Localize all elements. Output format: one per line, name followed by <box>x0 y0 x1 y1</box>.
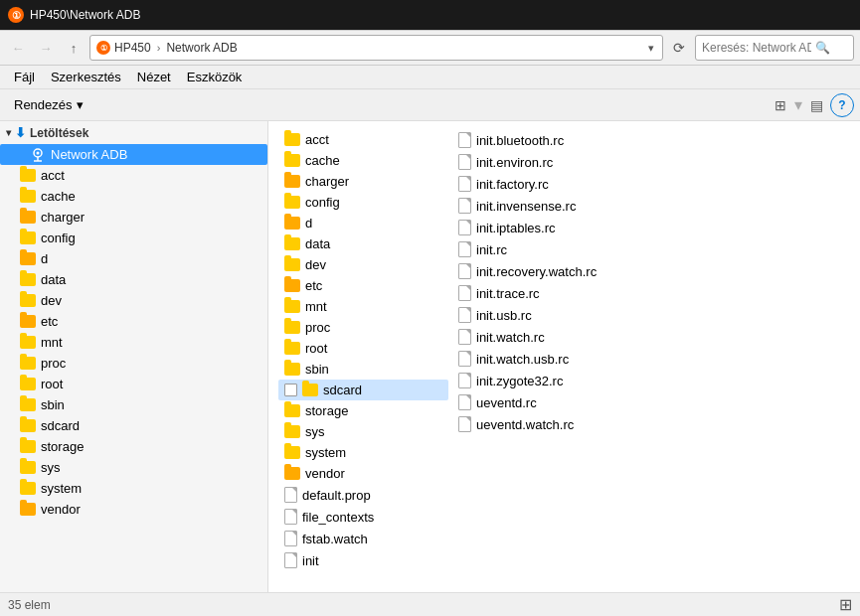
sidebar-item-sys[interactable]: sys <box>0 457 267 478</box>
file-item-default-prop[interactable]: default.prop <box>278 484 448 506</box>
file-label-init-trace: init.trace.rc <box>476 286 540 301</box>
file-item-init-watch-usb[interactable]: init.watch.usb.rc <box>452 348 622 370</box>
file-item-init-ipt[interactable]: init.iptables.rc <box>452 217 622 238</box>
sidebar-item-config[interactable]: config <box>0 228 267 248</box>
sidebar-item-mnt[interactable]: mnt <box>0 332 267 353</box>
file-folder-icon-data <box>284 237 300 250</box>
file-item-sys[interactable]: sys <box>278 421 448 442</box>
breadcrumb-path: Network ADB <box>166 41 237 55</box>
sidebar-item-data[interactable]: data <box>0 269 267 290</box>
file-item-init-bt[interactable]: init.bluetooth.rc <box>452 129 622 151</box>
file-item-mnt[interactable]: mnt <box>278 296 448 317</box>
help-button[interactable]: ? <box>830 93 854 117</box>
sidebar-label-etc: etc <box>41 314 58 329</box>
menu-edit[interactable]: Szerkesztés <box>43 68 129 86</box>
search-input[interactable] <box>702 41 811 55</box>
up-button[interactable]: ↑ <box>62 36 86 60</box>
checkbox-sdcard[interactable] <box>284 384 297 396</box>
file-label-config: config <box>305 195 340 210</box>
file-folder-icon-config <box>284 196 300 209</box>
sidebar-label-storage: storage <box>41 439 84 454</box>
file-folder-icon-d <box>284 217 300 230</box>
sidebar-item-storage[interactable]: storage <box>0 436 267 457</box>
sidebar-item-sbin[interactable]: sbin <box>0 394 267 415</box>
file-item-ueventd[interactable]: ueventd.rc <box>452 391 622 413</box>
main-files: acct cache charger config <box>268 121 860 592</box>
file-doc-icon-init-trace <box>458 285 471 301</box>
menu-tools[interactable]: Eszközök <box>179 68 251 86</box>
file-item-charger[interactable]: charger <box>278 171 448 192</box>
file-label-sbin: sbin <box>305 362 329 377</box>
file-folder-icon-cache <box>284 154 300 167</box>
file-item-init-env[interactable]: init.environ.rc <box>452 151 622 173</box>
folder-icon-dev <box>20 294 36 307</box>
file-item-init[interactable]: init <box>278 549 448 571</box>
forward-button[interactable]: → <box>34 36 58 60</box>
refresh-button[interactable]: ⟳ <box>667 36 691 60</box>
folder-icon-config <box>20 231 36 244</box>
folder-icon-proc <box>20 357 36 370</box>
menu-view[interactable]: Nézet <box>129 68 179 86</box>
address-chevron-button[interactable]: ▾ <box>646 42 656 55</box>
grid-view-button[interactable]: ⊞ <box>769 93 792 117</box>
file-item-init-watch[interactable]: init.watch.rc <box>452 326 622 348</box>
sidebar-item-root[interactable]: root <box>0 374 267 394</box>
sidebar-item-cache[interactable]: cache <box>0 186 267 207</box>
sort-button[interactable]: Rendezés ▾ <box>6 94 91 115</box>
file-item-acct[interactable]: acct <box>278 129 448 150</box>
folder-icon-root <box>20 378 36 390</box>
files-container: acct cache charger config <box>268 125 860 575</box>
file-label-init-rec: init.recovery.watch.rc <box>476 264 597 279</box>
file-item-vendor[interactable]: vendor <box>278 463 448 484</box>
sidebar-item-label-network-adb: Network ADB <box>51 147 127 162</box>
file-item-sbin[interactable]: sbin <box>278 359 448 380</box>
sidebar-item-sdcard[interactable]: sdcard <box>0 415 267 436</box>
sidebar-item-proc[interactable]: proc <box>0 353 267 374</box>
sidebar-item-network-adb[interactable]: Network ADB <box>0 144 267 165</box>
file-folder-icon-system <box>284 446 300 459</box>
file-item-init-trace[interactable]: init.trace.rc <box>452 282 622 304</box>
file-item-data[interactable]: data <box>278 233 448 254</box>
file-item-root[interactable]: root <box>278 338 448 359</box>
back-button[interactable]: ← <box>6 36 30 60</box>
file-label-init-factory: init.factory.rc <box>476 177 549 192</box>
sidebar-item-charger[interactable]: charger <box>0 207 267 228</box>
download-icon: ⬇ <box>15 125 26 140</box>
menu-file[interactable]: Fájl <box>6 68 43 86</box>
sidebar-label-system: system <box>41 481 82 496</box>
file-label-sdcard: sdcard <box>323 383 362 397</box>
file-item-fstab[interactable]: fstab.watch <box>278 528 448 549</box>
sidebar-item-dev[interactable]: dev <box>0 290 267 311</box>
file-item-proc[interactable]: proc <box>278 317 448 338</box>
file-item-init-factory[interactable]: init.factory.rc <box>452 173 622 195</box>
file-item-config[interactable]: config <box>278 192 448 213</box>
sidebar-item-etc[interactable]: etc <box>0 311 267 332</box>
file-item-d[interactable]: d <box>278 213 448 233</box>
sidebar-item-vendor[interactable]: vendor <box>0 499 267 520</box>
folder-icon-cache <box>20 190 36 203</box>
file-label-init-watch: init.watch.rc <box>476 330 545 345</box>
file-item-init-usb[interactable]: init.usb.rc <box>452 304 622 326</box>
list-view-button[interactable]: ▤ <box>804 93 828 117</box>
file-item-etc[interactable]: etc <box>278 275 448 296</box>
file-item-init-rc[interactable]: init.rc <box>452 238 622 260</box>
sidebar-item-d[interactable]: d <box>0 248 267 269</box>
sidebar-group-downloads[interactable]: ▾ ⬇ Letöltések <box>0 121 267 144</box>
file-doc-icon-init <box>284 552 297 568</box>
file-item-init-rec[interactable]: init.recovery.watch.rc <box>452 260 622 282</box>
file-item-ueventd-watch[interactable]: ueventd.watch.rc <box>452 413 622 435</box>
file-item-storage[interactable]: storage <box>278 400 448 421</box>
view-buttons: ⊞ ▾ ▤ ? <box>769 93 854 117</box>
sidebar-item-acct[interactable]: acct <box>0 165 267 186</box>
file-folder-icon-proc <box>284 321 300 334</box>
main-window: ← → ↑ ① HP450 › Network ADB ▾ ⟳ 🔍 Fájl S… <box>0 30 860 616</box>
file-item-cache[interactable]: cache <box>278 150 448 171</box>
file-item-sdcard[interactable]: sdcard <box>278 380 448 400</box>
file-item-dev[interactable]: dev <box>278 254 448 275</box>
file-item-init-inv[interactable]: init.invensense.rc <box>452 195 622 217</box>
file-item-file-contexts[interactable]: file_contexts <box>278 506 448 528</box>
file-item-system[interactable]: system <box>278 442 448 463</box>
file-item-init-zyg[interactable]: init.zygote32.rc <box>452 370 622 391</box>
sort-label: Rendezés <box>14 97 73 112</box>
sidebar-item-system[interactable]: system <box>0 478 267 499</box>
